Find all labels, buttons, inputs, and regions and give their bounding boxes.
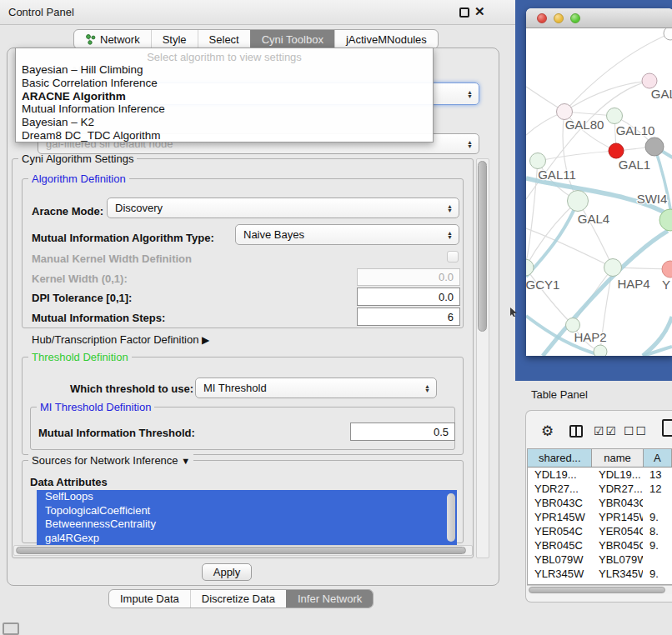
network-node-label: HAP4	[617, 277, 649, 291]
which-threshold-value: MI Threshold	[203, 382, 267, 394]
tab-infer-network[interactable]: Infer Network	[286, 590, 373, 608]
network-window-titlebar[interactable]	[526, 8, 672, 28]
minimize-window-icon[interactable]	[554, 13, 564, 23]
table-cell[interactable]: YER054C	[528, 524, 592, 538]
dpi-tolerance-field[interactable]: 0.0	[357, 288, 460, 306]
close-window-icon[interactable]	[537, 13, 547, 23]
attribute-item[interactable]: TopologicalCoefficient	[37, 504, 457, 518]
table-cell[interactable]: YDL19...	[592, 468, 643, 482]
dropdown-item[interactable]: Bayesian – Hill Climbing	[16, 63, 433, 77]
table-cell[interactable]: YDR27...	[592, 482, 643, 496]
table-row[interactable]: YDL19...YDL19...13	[528, 468, 672, 482]
column-header[interactable]: shared...	[528, 449, 592, 467]
table-cell[interactable]: YBR043C	[528, 496, 592, 510]
file-icon[interactable]	[662, 419, 672, 437]
column-header[interactable]: name	[592, 449, 643, 467]
manual-kernel-checkbox[interactable]	[447, 251, 459, 262]
network-view-window[interactable]: GAL2GAL80GAL10GAL1GAL11GAL4SWI4GCY1HAP4Y…	[526, 8, 672, 356]
mi-type-combo[interactable]: Naive Bayes▲▼	[235, 224, 459, 245]
table-horizontal-scrollbar-thumb[interactable]	[529, 587, 665, 593]
dropdown-item[interactable]: Bayesian – K2	[16, 116, 433, 129]
settings-horizontal-scrollbar-thumb[interactable]	[16, 547, 466, 554]
table-row[interactable]: YBR045CYBR045C9.	[528, 538, 672, 552]
table-cell[interactable]: 13	[643, 468, 672, 482]
tab-style[interactable]: Style	[151, 30, 198, 48]
dropdown-item[interactable]: Basic Correlation Inference	[16, 77, 433, 90]
manual-kernel-label: Manual Kernel Width Definition	[32, 252, 192, 265]
table-cell[interactable]: YBR045C	[592, 538, 643, 552]
tab-network[interactable]: Network	[74, 30, 151, 48]
tab-cyni-toolbox[interactable]: Cyni Toolbox	[250, 30, 334, 48]
table-row[interactable]: YER054CYER054C8.	[528, 524, 672, 538]
table-row[interactable]: YLR345WYLR345W9.	[528, 567, 672, 581]
network-node-HAP4[interactable]	[604, 259, 622, 277]
mi-threshold-field[interactable]: 0.5	[350, 422, 455, 441]
attribute-item[interactable]: SelfLoops	[37, 490, 457, 504]
network-node-Y[interactable]	[662, 261, 672, 278]
table-cell[interactable]: 8.	[643, 524, 672, 538]
tab-impute-data[interactable]: Impute Data	[109, 590, 190, 608]
tab-discretize-data[interactable]: Discretize Data	[190, 590, 286, 608]
attribute-item[interactable]: BetweennessCentrality	[37, 518, 457, 532]
network-node-GAL1[interactable]	[609, 143, 624, 158]
table-cell[interactable]: YPR145W	[592, 510, 643, 524]
threshold-definition-title: Threshold Definition	[28, 351, 132, 363]
table-cell[interactable]: YBR043C	[592, 496, 643, 510]
network-node-GCY1[interactable]	[526, 259, 534, 276]
table-cell[interactable]: 9.	[643, 538, 672, 552]
aracne-mode-combo[interactable]: Discovery▲▼	[107, 198, 459, 218]
table-cell[interactable]: YBL079W	[528, 552, 592, 567]
network-node[interactable]	[594, 345, 607, 356]
which-threshold-combo[interactable]: MI Threshold▲▼	[195, 378, 437, 398]
table-cell[interactable]: YBR045C	[528, 538, 592, 552]
table-row[interactable]: YBL079WYBL079W	[528, 552, 672, 567]
network-node[interactable]	[664, 28, 672, 40]
network-node-GAL10[interactable]	[607, 108, 623, 124]
table-cell[interactable]	[643, 496, 672, 510]
apply-button[interactable]: Apply	[202, 563, 252, 581]
attribute-item[interactable]: gal4RGexp	[37, 532, 457, 546]
gear-icon[interactable]: ⚙	[541, 422, 554, 440]
network-node-GAL4[interactable]	[568, 191, 589, 212]
table-row[interactable]: YPR145WYPR145W9.	[528, 510, 672, 524]
network-canvas[interactable]: GAL2GAL80GAL10GAL1GAL11GAL4SWI4GCY1HAP4Y…	[526, 28, 672, 356]
network-node-GAL11[interactable]	[530, 153, 546, 169]
dropdown-item[interactable]: Mutual Information Inference	[16, 102, 433, 116]
table-cell[interactable]: YBL079W	[592, 552, 643, 567]
tab-jactivemnodules[interactable]: jActiveMNodules	[334, 30, 438, 48]
select-none-icon[interactable]: ☐☐	[624, 424, 648, 438]
table-cell[interactable]: YPR145W	[528, 510, 592, 524]
table-cell[interactable]: 9.	[643, 567, 672, 581]
select-all-icon[interactable]: ☑☑	[594, 424, 618, 438]
table-row[interactable]: YBR043CYBR043C	[528, 496, 672, 510]
mi-steps-field[interactable]: 6	[357, 308, 460, 326]
close-icon[interactable]: ✕	[474, 4, 485, 19]
application-window: Control Panel ✕ NetworkStyleSelectCyni T…	[0, 0, 672, 635]
hub-definition-expander[interactable]: Hub/Transcription Factor Definition ▶	[32, 333, 209, 346]
table-cell[interactable]: YLR345W	[528, 567, 592, 581]
table-cell[interactable]: YDL19...	[528, 468, 592, 482]
table-row[interactable]: YDR27...YDR27...12	[528, 482, 672, 496]
dropdown-item-list: Bayesian – Hill ClimbingBasic Correlatio…	[16, 63, 433, 142]
network-node[interactable]	[645, 138, 664, 156]
dropdown-item[interactable]: ARACNE Algorithm	[16, 90, 433, 103]
attributes-list-scrollbar[interactable]	[447, 493, 455, 542]
column-header[interactable]: A	[644, 449, 672, 467]
minimized-panel-icon[interactable]	[3, 622, 19, 635]
table-cell[interactable]: 12	[643, 482, 672, 496]
float-window-icon[interactable]	[459, 8, 469, 18]
settings-vertical-scrollbar-thumb[interactable]	[478, 161, 487, 332]
sources-title[interactable]: Sources for Network Inference ▼	[28, 454, 193, 467]
table-cell[interactable]: YER054C	[592, 524, 643, 538]
table-cell[interactable]: YLR345W	[592, 567, 643, 581]
table-cell[interactable]	[643, 552, 672, 567]
kernel-width-field[interactable]: 0.0	[357, 268, 460, 286]
table-cell[interactable]: 9.	[643, 510, 672, 524]
dropdown-item[interactable]: Dream8 DC_TDC Algorithm	[16, 129, 433, 142]
table-cell[interactable]: YDR27...	[528, 482, 592, 496]
zoom-window-icon[interactable]	[570, 13, 580, 23]
tab-select[interactable]: Select	[198, 30, 250, 48]
table-header-row: shared...nameA	[528, 449, 672, 468]
network-edge	[526, 201, 578, 268]
columns-icon[interactable]	[569, 425, 583, 438]
